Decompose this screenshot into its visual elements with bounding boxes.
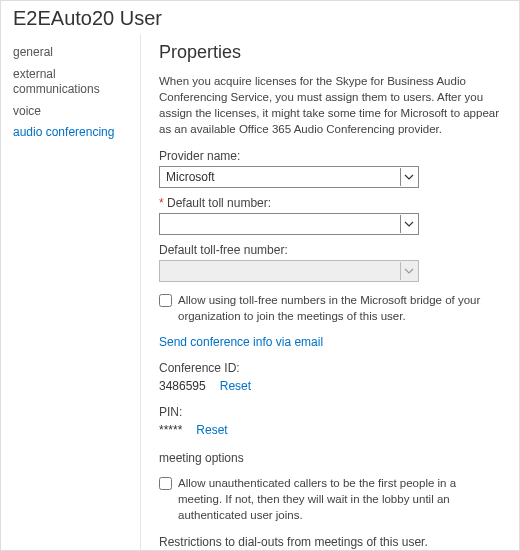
allow-toll-free-checkbox[interactable] (159, 294, 172, 307)
provider-value: Microsoft (166, 170, 215, 184)
conference-id-value: 3486595 (159, 379, 206, 393)
page-header: E2EAuto20 User (1, 1, 519, 34)
default-toll-free-label: Default toll-free number: (159, 243, 501, 257)
default-toll-free-select (159, 260, 419, 282)
chevron-down-icon (400, 168, 416, 186)
chevron-down-icon (400, 215, 416, 233)
meeting-options-label: meeting options (159, 451, 501, 465)
main-panel: Properties When you acquire licenses for… (141, 34, 519, 550)
pin-reset-link[interactable]: Reset (196, 423, 227, 437)
page-title: E2EAuto20 User (13, 7, 507, 30)
conference-id-label: Conference ID: (159, 361, 501, 375)
sidebar-item-audio-conferencing[interactable]: audio conferencing (13, 122, 140, 144)
provider-label: Provider name: (159, 149, 501, 163)
allow-unauth-checkbox-row[interactable]: Allow unauthenticated callers to be the … (159, 475, 501, 523)
allow-toll-free-checkbox-row[interactable]: Allow using toll-free numbers in the Mic… (159, 292, 501, 324)
sidebar-item-voice[interactable]: voice (13, 101, 140, 123)
send-conference-info-link[interactable]: Send conference info via email (159, 335, 323, 349)
default-toll-label: * Default toll number: (159, 196, 501, 210)
conference-id-reset-link[interactable]: Reset (220, 379, 251, 393)
chevron-down-icon (400, 262, 416, 280)
allow-unauth-checkbox[interactable] (159, 477, 172, 490)
allow-unauth-label: Allow unauthenticated callers to be the … (178, 475, 501, 523)
sidebar: general external communications voice au… (1, 34, 141, 550)
allow-toll-free-label: Allow using toll-free numbers in the Mic… (178, 292, 501, 324)
provider-select[interactable]: Microsoft (159, 166, 419, 188)
sidebar-item-general[interactable]: general (13, 42, 140, 64)
sidebar-item-external-communications[interactable]: external communications (13, 64, 140, 101)
properties-description: When you acquire licenses for the Skype … (159, 73, 501, 137)
pin-value: ***** (159, 423, 182, 437)
pin-label: PIN: (159, 405, 501, 419)
default-toll-select[interactable] (159, 213, 419, 235)
properties-heading: Properties (159, 42, 501, 63)
restrictions-label: Restrictions to dial-outs from meetings … (159, 535, 501, 549)
